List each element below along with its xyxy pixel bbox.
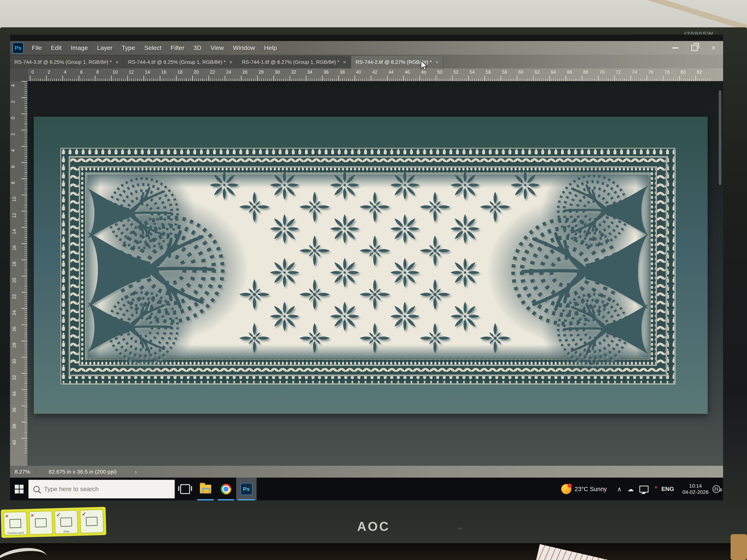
clock-widget[interactable]: 10:14 04-02-2026 [682, 483, 709, 495]
ruler-tick-label: 16 [12, 245, 17, 250]
ruler-tick-cell: 10 [111, 69, 127, 81]
sticker-panel-no-liquid: × Cleaning Liquid [3, 511, 28, 536]
document-tab-label: RS-744-3.tif @ 6.25% (Group 1, RGB/8#) * [15, 59, 112, 65]
task-view-button[interactable] [175, 478, 195, 500]
menu-item[interactable]: File [27, 44, 46, 51]
ruler-tick-cell: 4 [10, 81, 27, 97]
menu-item[interactable]: Help [259, 44, 281, 51]
ruler-tick-cell: 74 [630, 69, 647, 81]
ruler-tick-label: 16 [161, 70, 166, 75]
document-tab-label: RS-744-1.tif @ 8.27% (Group 1, RGB/8#) * [242, 59, 339, 65]
menu-item[interactable]: Filter [166, 44, 189, 51]
language-indicator[interactable]: ENG [661, 486, 674, 492]
menu-item[interactable]: Image [66, 44, 93, 51]
document-tab[interactable]: RS-744-4.tif @ 6.25% (Group 1, RGB/8#) *… [124, 56, 237, 69]
ruler-tick-label: 10 [112, 70, 118, 75]
status-options-chevron[interactable]: › [124, 468, 137, 475]
floral-butti-motif [330, 170, 359, 199]
menu-item[interactable]: Edit [46, 44, 66, 51]
floral-butti-motif [330, 214, 359, 243]
document-tab[interactable]: RS-744-1.tif @ 8.27% (Group 1, RGB/8#) *… [237, 56, 351, 69]
weather-widget[interactable]: 23°C Sunny [561, 484, 607, 494]
tab-close-icon[interactable]: × [436, 59, 439, 65]
ruler-tick-label: 52 [454, 70, 459, 75]
ruler-tick-cell: 60 [517, 69, 533, 81]
ruler-corner-box[interactable] [10, 69, 28, 81]
ruler-tick-label: 24 [12, 310, 17, 315]
action-center-button[interactable]: 21 [716, 487, 717, 491]
mouse-cursor [420, 60, 429, 71]
menu-item[interactable]: Layer [93, 44, 117, 51]
document-dimensions: 82.675 in x 36.5 in (200 ppi) [36, 469, 124, 475]
ruler-tick-cell: 28 [10, 341, 27, 357]
sticker-panel-wipe-screen: ✓ [79, 509, 104, 534]
ruler-tick-cell: 2 [10, 130, 27, 146]
scrollbar[interactable] [719, 90, 721, 185]
ruler-tick-cell: 82 [695, 69, 712, 81]
ruler-tick-cell: 14 [144, 69, 160, 81]
start-button[interactable] [10, 478, 28, 500]
desk-surface [0, 543, 747, 560]
document-tab[interactable]: RS-744-3.tif @ 6.25% (Group 1, RGB/8#) *… [10, 56, 123, 69]
hidden-icons-chevron[interactable]: ∧ [617, 485, 622, 493]
close-button[interactable]: × [704, 41, 723, 55]
ruler-tick-cell: 38 [10, 422, 27, 438]
vertical-ruler[interactable]: 420246810121416182022242628303234363840 [10, 81, 28, 466]
taskbar-search[interactable] [28, 480, 175, 499]
document-tab-bar: RS-744-3.tif @ 6.25% (Group 1, RGB/8#) *… [10, 55, 723, 69]
tab-close-icon[interactable]: × [343, 59, 346, 65]
document-tab[interactable]: RS-744-2.tif @ 8.27% (RGB/8#) * × [351, 56, 443, 69]
ruler-tick-cell: 44 [387, 69, 403, 81]
onedrive-cloud-icon[interactable]: ☁ [627, 485, 634, 493]
ruler-tick-label: 22 [210, 70, 215, 75]
restore-button[interactable] [685, 41, 704, 55]
textile-design-panel [60, 148, 676, 384]
chrome-button[interactable] [216, 478, 236, 500]
menu-item[interactable]: Select [140, 44, 166, 51]
menu-item[interactable]: Type [117, 44, 140, 51]
ruler-tick-cell: 52 [452, 69, 468, 81]
notification-badge: 21 [713, 485, 720, 493]
horizontal-ruler[interactable]: 0246810121416182022242628303234363840424… [28, 69, 712, 81]
menu-items: FileEditImageLayerTypeSelectFilter3DView… [27, 44, 281, 51]
ruler-tick-label: 66 [567, 70, 572, 75]
ruler-tick-cell: 68 [582, 69, 598, 81]
menu-item[interactable]: 3D [189, 44, 206, 51]
photoshop-logo-icon[interactable]: Ps [12, 43, 24, 53]
ruler-tick-cell: 4 [10, 146, 27, 162]
photoshop-app-icon: Ps [240, 483, 252, 495]
document-area[interactable] [27, 81, 723, 466]
ruler-tick-cell: 50 [436, 69, 452, 81]
minimize-button[interactable] [666, 41, 685, 55]
network-icon[interactable] [639, 486, 648, 492]
photoshop-taskbar-button[interactable]: Ps [236, 478, 257, 500]
zoom-level-field[interactable]: 8.27% [10, 468, 36, 476]
ruler-tick-label: 26 [242, 70, 248, 75]
image-canvas[interactable] [34, 117, 707, 414]
ruler-tick-label: 54 [470, 70, 475, 75]
ruler-tick-cell: 28 [257, 69, 274, 81]
file-explorer-button[interactable] [195, 478, 216, 500]
ruler-tick-label: 6 [80, 70, 83, 75]
taskbar-right-cluster: 23°C Sunny ∧ ☁ × ENG 10:14 04-02-2026 21 [561, 478, 723, 500]
ruler-tick-label: 60 [518, 70, 523, 75]
search-input[interactable] [44, 485, 154, 493]
ruler-tick-cell: 8 [95, 69, 111, 81]
menu-item[interactable]: View [206, 44, 228, 51]
photo-of-monitor: I2080SW AOC Ps FileEditImageLayerTypeSel… [0, 0, 747, 560]
tab-close-icon[interactable]: × [229, 59, 233, 65]
ruler-tick-cell: 78 [663, 69, 679, 81]
ruler-tick-cell: 2 [10, 97, 27, 113]
tab-close-icon[interactable]: × [115, 59, 119, 65]
ruler-tick-cell: 24 [10, 308, 27, 324]
ruler-tick-label: 8 [96, 70, 99, 75]
menu-item[interactable]: Window [228, 44, 259, 51]
ruler-tick-cell: 40 [10, 438, 27, 454]
ruler-tick-label: 22 [12, 294, 17, 299]
ruler-tick-label: 0 [10, 117, 16, 119]
ruler-tick-label: 8 [10, 182, 16, 184]
ruler-tick-label: 14 [12, 229, 17, 234]
floral-butti-motif [330, 258, 359, 287]
floral-butti-motif [270, 170, 299, 199]
floral-butti-motif [450, 302, 480, 331]
